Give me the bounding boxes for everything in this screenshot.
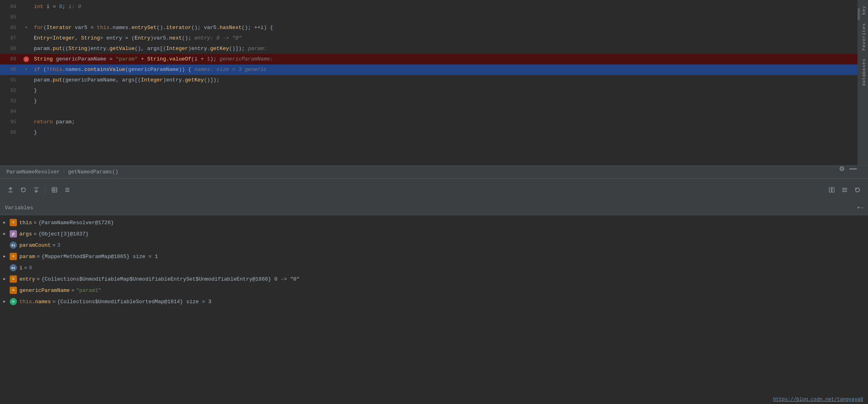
var-item-this-names[interactable]: ►∞this.names={Collections$UnmodifiableSo… — [0, 296, 868, 307]
variables-header: Variables +→ — [0, 201, 868, 215]
fold-arrow-86[interactable]: ▼ — [25, 26, 27, 30]
var-equals-5: = — [37, 276, 40, 282]
var-expand-1[interactable]: ► — [3, 232, 10, 236]
var-item-i[interactable]: 01i=0 — [0, 262, 868, 273]
code-line-90: 90▼ if (!this.names.containsValue(generi… — [0, 65, 868, 75]
line-gutter-90: ▼ — [20, 68, 32, 72]
var-equals-1: = — [33, 231, 37, 237]
line-number-84: 84 — [0, 4, 20, 10]
svg-rect-7 — [829, 187, 831, 192]
var-icon-4: 01 — [10, 264, 17, 271]
line-number-96: 96 — [0, 130, 20, 135]
var-icon-2: 01 — [10, 242, 17, 249]
right-panel-databases-label: databases — [862, 58, 866, 86]
toolbar-divider-1 — [45, 186, 46, 194]
breadcrumb-method: getNamedParams() — [68, 169, 118, 175]
var-expand-3[interactable]: ► — [3, 254, 10, 259]
line-content-89: String genericParamName = "param" + Stri… — [32, 54, 868, 65]
debug-toolbar — [0, 178, 868, 201]
code-line-84: 84 int i = 0; i: 0 — [0, 2, 868, 12]
code-line-88: 88 param.put((String)entry.getValue(), a… — [0, 44, 868, 54]
var-value-5: {Collections$UnmodifiableMap$Unmodifiabl… — [42, 276, 300, 282]
variables-list: ►=this={ParamNameResolver@1726}►pargs={O… — [0, 215, 868, 404]
line-content-88: param.put((String)entry.getValue(), args… — [32, 44, 868, 54]
step-into-button[interactable] — [31, 184, 42, 196]
var-value-1: {Object[3]@1837} — [38, 231, 89, 237]
breakpoint-dot-89[interactable] — [23, 56, 29, 62]
svg-rect-8 — [832, 187, 834, 192]
line-number-86: 86 — [0, 25, 20, 31]
var-item-args[interactable]: ►pargs={Object[3]@1837} — [0, 228, 868, 239]
var-value-7: {Collections$UnmodifiableSortedMap@1814}… — [57, 299, 211, 305]
scroll-thumb[interactable] — [858, 8, 860, 20]
var-item-param[interactable]: ►=param={MapperMethod$ParamMap@1865} siz… — [0, 251, 868, 262]
code-line-94: 94 — [0, 106, 868, 117]
menu-button[interactable] — [839, 184, 850, 196]
breadcrumb-bar: ParamNameResolver › getNamedParams() — [0, 165, 868, 178]
step-out-button[interactable] — [5, 184, 16, 196]
line-number-87: 87 — [0, 35, 20, 41]
columns-button[interactable] — [826, 184, 837, 196]
var-expand-7[interactable]: ► — [3, 300, 10, 304]
line-content-86: for(Iterator var5 = this.names.entrySet(… — [32, 23, 868, 33]
var-icon-5: = — [10, 275, 17, 283]
var-value-6: "param1" — [76, 287, 101, 294]
var-label-4: i — [19, 265, 23, 271]
line-number-95: 95 — [0, 119, 20, 125]
right-panel: key Favorites databases — [860, 0, 868, 165]
main-container: 84 int i = 0; i: 08586▼ for(Iterator var… — [0, 0, 868, 404]
var-item-genericParamName[interactable]: =genericParamName="param1" — [0, 285, 868, 296]
settings-icon-btn[interactable]: ⚙ — [839, 165, 845, 173]
var-icon-3: = — [10, 253, 17, 260]
variables-title: Variables — [5, 205, 33, 211]
var-icon-1: p — [10, 230, 17, 237]
code-line-96: 96 } — [0, 127, 868, 138]
var-value-4: 0 — [29, 265, 32, 271]
fold-arrow-90[interactable]: ▼ — [25, 68, 27, 72]
code-line-86: 86▼ for(Iterator var5 = this.names.entry… — [0, 23, 868, 33]
line-number-90: 90 — [0, 67, 20, 73]
breadcrumb-class: ParamNameResolver — [6, 169, 60, 175]
line-content-84: int i = 0; i: 0 — [32, 2, 868, 12]
line-content-87: Entry<Integer, String> entry = (Entry)va… — [32, 33, 868, 44]
var-label-2: paramCount — [19, 242, 51, 248]
code-line-92: 92 } — [0, 85, 868, 96]
code-line-89: 89 String genericParamName = "param" + S… — [0, 54, 868, 65]
variables-expand-btn[interactable]: +→ — [857, 205, 863, 211]
var-expand-5[interactable]: ► — [3, 277, 10, 281]
var-expand-0[interactable]: ► — [3, 221, 10, 225]
svg-rect-0 — [52, 187, 57, 192]
var-equals-2: = — [52, 242, 56, 248]
status-url[interactable]: https://blog.csdn.net/tangyaya8 — [773, 397, 863, 402]
reload-button[interactable] — [18, 184, 29, 196]
close-icon-btn[interactable]: — — [849, 165, 857, 173]
refresh-button[interactable] — [852, 184, 863, 196]
var-value-0: {ParamNameResolver@1726} — [38, 220, 114, 226]
var-icon-0: = — [10, 219, 17, 226]
var-item-paramCount[interactable]: 01paramCount=3 — [0, 239, 868, 251]
var-label-5: entry — [19, 276, 35, 282]
var-equals-6: = — [71, 287, 75, 294]
list-button[interactable] — [62, 184, 73, 196]
variables-panel: Variables +→ ►=this={ParamNameResolver@1… — [0, 201, 868, 404]
var-label-1: args — [19, 231, 32, 237]
toolbar-icons: ⚙ — — [839, 165, 857, 173]
scroll-track[interactable] — [858, 0, 860, 165]
var-equals-0: = — [33, 220, 37, 226]
line-content-96: } — [32, 127, 868, 138]
line-gutter-86: ▼ — [20, 26, 32, 30]
line-content-91: param.put(genericParamName, args[(Intege… — [32, 75, 868, 85]
code-line-87: 87 Entry<Integer, String> entry = (Entry… — [0, 33, 868, 44]
var-label-6: genericParamName — [19, 287, 70, 294]
line-number-89: 89 — [0, 56, 20, 62]
line-content-90: if (!this.names.containsValue(genericPar… — [32, 65, 868, 75]
right-panel-key-label: key — [862, 6, 866, 15]
table-button[interactable] — [49, 184, 60, 196]
code-line-93: 93 } — [0, 96, 868, 106]
var-equals-4: = — [24, 265, 27, 271]
var-item-entry[interactable]: ►=entry={Collections$UnmodifiableMap$Unm… — [0, 273, 868, 285]
right-panel-favorites-label: Favorites — [862, 23, 866, 50]
line-number-85: 85 — [0, 15, 20, 20]
var-item-this[interactable]: ►=this={ParamNameResolver@1726} — [0, 217, 868, 228]
var-value-2: 3 — [57, 242, 61, 248]
